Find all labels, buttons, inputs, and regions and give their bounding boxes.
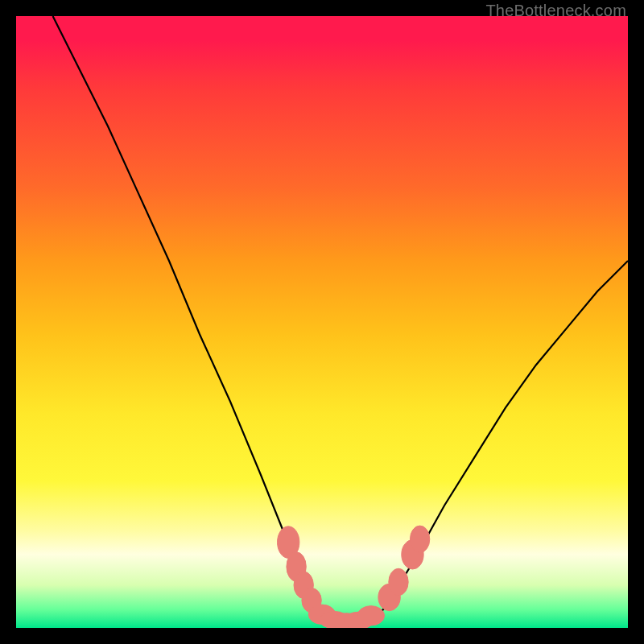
curve-marker (389, 568, 408, 595)
outer-frame: TheBottleneck.com (0, 0, 644, 644)
markers-group (278, 526, 430, 628)
bottleneck-curve (53, 16, 628, 621)
chart-svg (16, 16, 628, 628)
watermark-text: TheBottleneck.com (485, 2, 626, 20)
plot-area (16, 16, 628, 628)
curve-marker (410, 526, 429, 552)
curve-marker (357, 606, 384, 625)
